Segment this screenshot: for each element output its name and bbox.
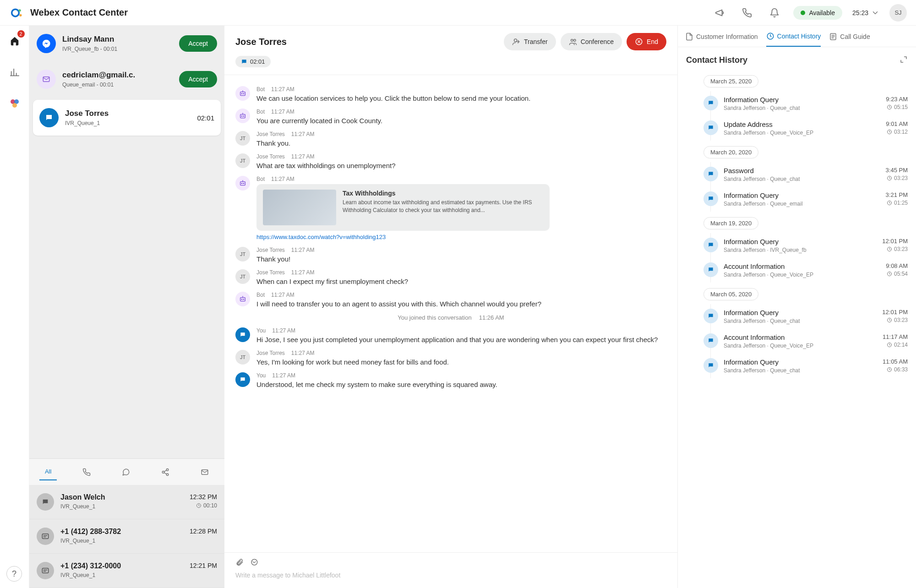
- timeline-duration: 03:23: [882, 317, 908, 323]
- right-panel: Customer Information Contact History Cal…: [678, 26, 916, 588]
- user-avatar-icon: JT: [235, 131, 250, 146]
- session-timer: 25:23: [852, 9, 868, 16]
- filter-chat-icon[interactable]: [116, 465, 136, 480]
- svg-point-26: [243, 183, 244, 184]
- timeline-duration: 01:25: [886, 200, 908, 206]
- rich-card-link[interactable]: https://www.taxdoc.com/watch?v=withholdi…: [256, 234, 386, 240]
- timeline-item[interactable]: Information QuerySandra Jefferson · Queu…: [686, 354, 908, 378]
- history-dur: 00:10: [190, 502, 217, 509]
- timeline-item[interactable]: Update AddressSandra Jefferson · Queue_V…: [686, 116, 908, 141]
- history-sub: IVR_Queue_1: [60, 572, 183, 578]
- transfer-button[interactable]: Transfer: [504, 33, 556, 50]
- timeline-title: Information Query: [724, 309, 877, 316]
- end-button[interactable]: End: [627, 33, 666, 50]
- agent-avatar-icon: [235, 372, 250, 387]
- announce-icon[interactable]: [711, 4, 728, 22]
- rail-home[interactable]: 2: [5, 32, 24, 50]
- accept-button[interactable]: Accept: [179, 71, 217, 87]
- left-panel: Lindsay Mann IVR_Queue_fb - 00:01 Accept…: [29, 26, 224, 588]
- session-timer-dropdown[interactable]: 25:23: [852, 9, 879, 17]
- timeline-duration: 03:23: [886, 175, 908, 181]
- timeline-duration: 06:33: [883, 366, 908, 373]
- expand-icon[interactable]: [900, 55, 908, 65]
- svg-point-29: [243, 299, 244, 299]
- filter-all[interactable]: All: [39, 465, 57, 480]
- message-sender: Bot: [256, 176, 265, 182]
- history-row[interactable]: Jason WelchIVR_Queue_1 12:32 PM00:10: [29, 485, 224, 519]
- chat-body[interactable]: Bot11:27 AMWe can use location services …: [224, 75, 677, 552]
- bell-icon[interactable]: [766, 4, 783, 22]
- svg-point-14: [514, 39, 517, 42]
- svg-rect-12: [42, 534, 49, 539]
- timeline-time: 3:45 PM: [886, 167, 908, 174]
- message-row: JTJose Torres11:27 AMYes, I'm looking fo…: [235, 350, 666, 366]
- timeline-title: Update Address: [724, 120, 880, 128]
- timeline-time: 11:05 AM: [883, 358, 908, 365]
- svg-point-1: [19, 9, 21, 11]
- svg-point-2: [19, 14, 22, 16]
- timeline-title: Account Information: [724, 333, 877, 341]
- timeline-time: 12:01 PM: [882, 238, 908, 245]
- timeline-item[interactable]: Information QuerySandra Jefferson · Queu…: [686, 187, 908, 212]
- rail-analytics[interactable]: [5, 63, 24, 82]
- message-sender: Jose Torres: [256, 269, 285, 276]
- timeline-item[interactable]: Account InformationSandra Jefferson · Qu…: [686, 329, 908, 354]
- rail-home-badge: 2: [17, 30, 25, 38]
- timeline-date-pill: March 19, 2020: [703, 217, 758, 229]
- tab-customer-info[interactable]: Customer Information: [685, 32, 758, 47]
- message-sender: Jose Torres: [256, 247, 285, 253]
- timeline-sub: Sandra Jefferson · Queue_email: [724, 201, 880, 207]
- phone-icon[interactable]: [738, 4, 756, 22]
- attach-icon[interactable]: [235, 558, 244, 568]
- message-row: You11:27 AMUnderstood, let me check my s…: [235, 372, 666, 388]
- timeline-date-pill: March 25, 2020: [703, 75, 758, 87]
- timeline-avatar-icon: [703, 262, 718, 277]
- timeline-item[interactable]: Account InformationSandra Jefferson · Qu…: [686, 258, 908, 283]
- help-icon[interactable]: ?: [6, 566, 22, 582]
- incoming-contact: cedriclam@gmail.c. Queue_email - 00:01 A…: [29, 61, 224, 97]
- tab-call-guide[interactable]: Call Guide: [829, 32, 870, 47]
- timeline-avatar-icon: [703, 96, 718, 110]
- message-sender: Bot: [256, 86, 265, 93]
- active-contact[interactable]: Jose Torres IVR_Queue_1 02:01: [33, 100, 221, 136]
- message-row: Bot11:27 AMWe can use location services …: [235, 86, 666, 102]
- nav-rail: 2: [0, 26, 29, 588]
- history-avatar-icon: [37, 493, 54, 511]
- history-name: +1 (234) 312-0000: [60, 562, 183, 570]
- messenger-icon: [37, 34, 56, 53]
- active-timer: 02:01: [197, 114, 214, 122]
- filter-email-icon[interactable]: [195, 465, 214, 480]
- filter-voice-icon[interactable]: [77, 465, 96, 480]
- timeline-item[interactable]: Information QuerySandra Jefferson · IVR_…: [686, 233, 908, 258]
- message-sender: Bot: [256, 109, 265, 115]
- message-sender: You: [256, 327, 266, 334]
- timeline-item[interactable]: PasswordSandra Jefferson · Queue_chat 3:…: [686, 162, 908, 187]
- message-sender: Jose Torres: [256, 153, 285, 160]
- canned-response-icon[interactable]: [250, 558, 258, 568]
- rich-card[interactable]: Tax WithholdingsLearn about income tax w…: [256, 184, 550, 231]
- conference-button[interactable]: Conference: [561, 33, 622, 50]
- message-time: 11:27 AM: [291, 153, 315, 160]
- rail-apps[interactable]: [5, 94, 24, 113]
- user-avatar[interactable]: SJ: [889, 4, 907, 22]
- timeline-time: 9:08 AM: [886, 262, 908, 269]
- timeline-title: Information Query: [724, 238, 877, 245]
- accept-button[interactable]: Accept: [179, 35, 217, 52]
- message-time: 11:27 AM: [271, 292, 294, 298]
- status-dropdown[interactable]: Available: [793, 6, 842, 20]
- top-bar: Webex Contact Center Available 25:23 SJ: [0, 0, 916, 26]
- filter-social-icon[interactable]: [156, 465, 175, 480]
- timeline-sub: Sandra Jefferson · Queue_chat: [724, 367, 877, 374]
- svg-point-16: [573, 39, 576, 42]
- chevron-down-icon: [871, 9, 879, 17]
- tab-contact-history[interactable]: Contact History: [766, 32, 821, 47]
- history-row[interactable]: +1 (412) 288-3782IVR_Queue_1 12:28 PM: [29, 519, 224, 554]
- timeline-item[interactable]: Information QuerySandra Jefferson · Queu…: [686, 304, 908, 329]
- timeline-duration: 03:12: [886, 129, 908, 135]
- timeline-item[interactable]: Information QuerySandra Jefferson · Queu…: [686, 91, 908, 116]
- timeline-time: 9:23 AM: [886, 96, 908, 103]
- history-row[interactable]: +1 (234) 312-0000IVR_Queue_1 12:21 PM: [29, 554, 224, 588]
- message-input[interactable]: [235, 572, 666, 579]
- chat-panel: Jose Torres Transfer Conference End 02:0…: [224, 26, 678, 588]
- timeline-duration: 05:54: [886, 271, 908, 277]
